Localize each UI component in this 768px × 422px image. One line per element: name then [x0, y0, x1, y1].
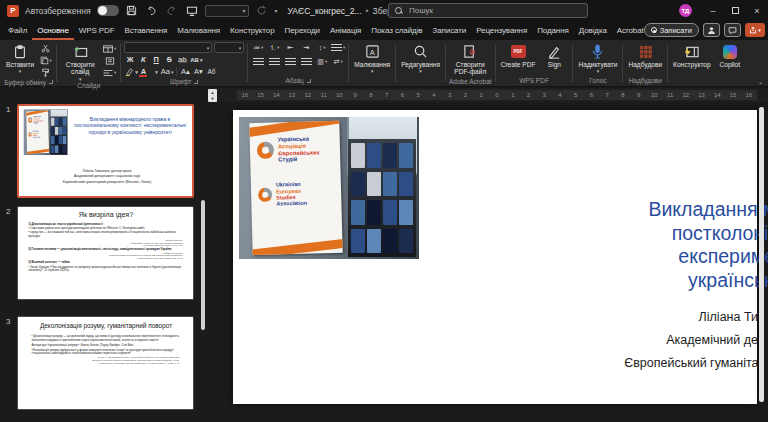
powerpoint-app-icon[interactable]: P — [7, 5, 19, 17]
customize-toolbar-icon[interactable]: ▾ — [275, 7, 278, 14]
minimize-button[interactable]: – — [702, 0, 724, 21]
align-center-button[interactable] — [267, 56, 281, 67]
new-slide-button[interactable]: Створити слайд▾ — [60, 42, 100, 82]
close-button[interactable]: × — [746, 0, 768, 21]
comments-button[interactable] — [724, 23, 741, 37]
tab-Основне[interactable]: Основне — [32, 21, 74, 40]
font-color-button[interactable]: А▾ — [140, 66, 159, 77]
bold-button[interactable]: Ж — [124, 54, 136, 65]
paragraph-dialog-launcher[interactable] — [307, 79, 311, 83]
save-icon[interactable] — [125, 4, 139, 18]
tab-Конструктор[interactable]: Конструктор — [225, 21, 280, 40]
wps-sign-button[interactable]: Sign — [539, 42, 569, 69]
slide-thumbnail-1[interactable]: УкраїнськаАсоціаціяЄвропейськихСтудій Uk… — [17, 104, 194, 198]
text-shadow-button[interactable]: ab — [176, 54, 188, 65]
font-name-select[interactable]: ▾ — [124, 42, 212, 53]
tab-Малювання[interactable]: Малювання — [172, 21, 225, 40]
create-pdf-file-button[interactable]: Створити PDF-файл — [449, 42, 491, 77]
tab-Файл[interactable]: Файл — [3, 21, 32, 40]
slide-layout-button[interactable]: ▾ — [102, 43, 117, 54]
font-size-select[interactable]: ▾ — [214, 42, 244, 53]
cut-button[interactable] — [38, 43, 53, 54]
section-button[interactable]: ▾ — [102, 67, 117, 78]
shrink-font-button[interactable]: А▾ — [192, 66, 204, 77]
search-input[interactable] — [407, 5, 581, 16]
grow-font-button[interactable]: А▴ — [179, 66, 191, 77]
banner-text-line: Association — [276, 200, 307, 207]
ruler-numbers: 1615141312111098765432101234567891011121… — [237, 90, 757, 100]
undo-icon[interactable] — [145, 4, 159, 18]
slide-thumbnail-3[interactable]: Деколонізація розуму, гуманітарний повор… — [17, 316, 194, 410]
font-dialog-launcher[interactable] — [194, 80, 198, 84]
tab-Показ слайдів[interactable]: Показ слайдів — [366, 21, 427, 40]
addins-button[interactable]: Надбудови — [626, 42, 664, 69]
presenter-coach-button[interactable] — [703, 23, 720, 37]
clipboard-dialog-launcher[interactable] — [49, 80, 53, 84]
slide-title[interactable]: Викладання міжнародного права в постколо… — [631, 198, 768, 292]
editing-group: Редагування▾ — [397, 40, 444, 86]
reset-slide-button[interactable] — [102, 55, 117, 66]
dictate-button[interactable]: Надиктувати▾ — [576, 42, 619, 74]
designer-button[interactable]: Конструктор — [671, 42, 713, 69]
tab-Вставлення[interactable]: Вставлення — [120, 21, 173, 40]
numbering-button[interactable]: ⒈▾ — [267, 42, 281, 53]
decrease-indent-button[interactable]: ⇤ — [283, 42, 297, 53]
ruler-number: 5 — [568, 92, 584, 98]
slide-photo[interactable]: УкраїнськаАсоціаціяЄвропейськихСтудій Uk… — [239, 117, 419, 259]
smartart-convert-button[interactable]: ⇄▾ — [331, 56, 345, 67]
copilot-button[interactable]: Copilot — [715, 42, 745, 69]
drawing-button[interactable]: A Малювання▾ — [352, 42, 392, 74]
thumbnail-text-line: «Колонізація розуму відбувалася у формі … — [32, 348, 181, 355]
collapse-ribbon-icon[interactable]: ⌄ — [758, 78, 763, 85]
autosave-toggle[interactable] — [97, 5, 119, 16]
slide-subtitle[interactable]: Ліліана Тимченко, доктор права Академічн… — [601, 310, 768, 379]
tab-Довідка[interactable]: Довідка — [574, 21, 612, 40]
copy-button[interactable]: ▾ — [38, 55, 53, 66]
editing-button[interactable]: Редагування▾ — [399, 42, 442, 74]
document-title[interactable]: УАЄС_конгрес_2... — [288, 6, 362, 16]
thumbnail-panel-scrollbar[interactable] — [201, 200, 205, 330]
tab-Рецензування[interactable]: Рецензування — [471, 21, 532, 40]
character-spacing-button[interactable]: АВ▾ — [189, 54, 203, 65]
text-direction-button[interactable]: ▾ — [331, 42, 345, 53]
highlight-color-button[interactable]: ▾ — [124, 66, 139, 77]
increase-indent-button[interactable]: ⇥ — [299, 42, 313, 53]
bullets-button[interactable]: ≔▾ — [251, 42, 265, 53]
uaes-banner: УкраїнськаАсоціаціяЄвропейськихСтудій Uk… — [26, 111, 49, 154]
format-painter-button[interactable] — [38, 67, 53, 78]
thumbnail-scroll-buttons[interactable]: ▲▼ — [208, 89, 217, 102]
strikethrough-button[interactable]: S — [163, 54, 175, 65]
record-button[interactable]: Записати — [644, 23, 699, 37]
restore-button[interactable] — [724, 0, 746, 21]
slide-canvas[interactable]: УкраїнськаАсоціаціяЄвропейськихСтудій Uk… — [233, 110, 757, 404]
ruler-number: 1 — [505, 92, 521, 98]
autosave-label: Автозбереження — [25, 6, 91, 16]
ruler-number: 7 — [599, 92, 615, 98]
clear-formatting-button[interactable]: Аб — [205, 66, 217, 77]
align-left-button[interactable] — [251, 56, 265, 67]
align-right-button[interactable] — [283, 56, 297, 67]
tab-Записати[interactable]: Записати — [427, 21, 471, 40]
start-slideshow-icon[interactable] — [185, 4, 199, 18]
account-avatar[interactable]: ТД — [679, 4, 692, 17]
tab-Переходи[interactable]: Переходи — [280, 21, 325, 40]
search-box[interactable] — [388, 3, 588, 18]
justify-button[interactable] — [299, 56, 313, 67]
slide-area-scrollbar[interactable] — [759, 107, 764, 402]
redo-icon[interactable] — [165, 4, 179, 18]
wps-create-pdf-button[interactable]: PDF Create PDF — [499, 42, 538, 69]
change-case-button[interactable]: Аа▾ — [160, 66, 175, 77]
sync-icon[interactable] — [255, 4, 269, 18]
slide-thumbnail-2[interactable]: Як визріла ідея? 1) Деколонізація як тек… — [17, 206, 194, 300]
ruler-number: 6 — [395, 92, 411, 98]
italic-button[interactable]: К — [137, 54, 149, 65]
line-spacing-button[interactable]: ↕▾ — [315, 42, 329, 53]
share-button[interactable]: ▾ — [745, 23, 765, 37]
tab-Подання[interactable]: Подання — [532, 21, 574, 40]
tab-WPS PDF[interactable]: WPS PDF — [74, 21, 120, 40]
underline-button[interactable]: П — [150, 54, 162, 65]
paste-button[interactable]: Вставити▾ — [4, 42, 36, 74]
tab-Анімація[interactable]: Анімація — [325, 21, 366, 40]
columns-button[interactable]: ▥▾ — [315, 56, 329, 67]
quick-access-combo[interactable]: ▾ — [205, 5, 249, 17]
